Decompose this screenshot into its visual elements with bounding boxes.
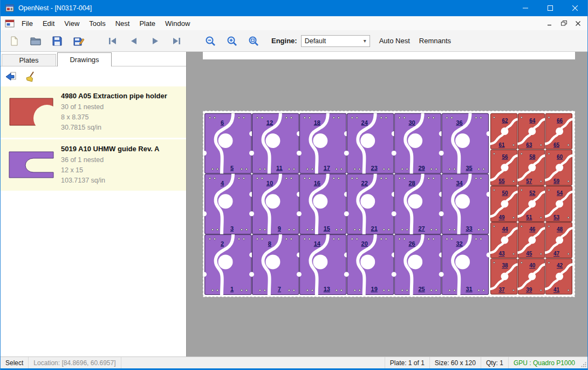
part-number-label: 33: [466, 225, 472, 232]
go-next-button[interactable]: [147, 33, 163, 49]
tab-drawings[interactable]: Drawings: [57, 52, 112, 66]
go-last-button[interactable]: [169, 33, 185, 49]
menu-view[interactable]: View: [59, 17, 84, 30]
part-number-label: 40: [529, 263, 536, 268]
nested-purple-part-pair[interactable]: 21: [203, 234, 254, 295]
part-number-label: 46: [529, 226, 536, 232]
new-file-button[interactable]: [6, 33, 22, 49]
tab-plates[interactable]: Plates: [2, 54, 56, 66]
part-number-label: 35: [466, 165, 472, 171]
nested-red-part-pair[interactable]: 5049: [490, 186, 518, 222]
menu-nest[interactable]: Nest: [111, 17, 135, 30]
nested-purple-part-pair[interactable]: 87: [249, 234, 302, 295]
nested-red-part-pair[interactable]: 5655: [490, 150, 518, 185]
resize-grip[interactable]: [580, 357, 587, 368]
menu-tools[interactable]: Tools: [84, 17, 110, 30]
nested-red-part-pair[interactable]: 4241: [545, 259, 573, 294]
menu-plate[interactable]: Plate: [134, 17, 160, 30]
mdi-window-controls: [543, 18, 587, 29]
nested-red-part-pair[interactable]: 4847: [545, 223, 573, 258]
nested-red-part-pair[interactable]: 4443: [490, 223, 518, 258]
nested-purple-part-pair[interactable]: 109: [249, 174, 302, 234]
auto-nest-button[interactable]: Auto Nest: [379, 37, 410, 45]
mdi-close-button[interactable]: [571, 18, 585, 29]
go-previous-button[interactable]: [126, 33, 142, 49]
clear-button[interactable]: [22, 69, 38, 84]
menu-window[interactable]: Window: [160, 17, 195, 30]
zoom-out-button[interactable]: [202, 33, 218, 49]
maximize-button[interactable]: [538, 0, 563, 16]
nested-red-part-pair[interactable]: 4039: [517, 259, 545, 294]
nested-red-part-pair[interactable]: 6261: [490, 113, 518, 149]
save-as-button[interactable]: [71, 33, 87, 49]
part-number-label: 43: [498, 251, 505, 257]
nested-purple-part-pair[interactable]: 3635: [439, 113, 491, 174]
part-number-label: 50: [502, 190, 508, 196]
plate[interactable]: 6512111817242330293635431091615222128273…: [203, 111, 575, 297]
part-number-label: 15: [324, 225, 330, 232]
drawing-nested-count: 30 of 1 nested: [61, 102, 167, 112]
drawing-list-item-2[interactable]: 5019 A10 UHMW guide Rev. A 36 of 1 neste…: [1, 139, 186, 191]
part-number-label: 45: [526, 251, 532, 257]
part-number-label: 28: [408, 180, 415, 186]
part-number-label: 9: [278, 225, 281, 232]
nested-purple-part-pair[interactable]: 1615: [297, 174, 349, 234]
nested-red-part-pair[interactable]: 5857: [517, 150, 545, 185]
part-number-label: 14: [314, 240, 321, 247]
drawing-list-item-1[interactable]: 4980 A05 Extraction pipe holder 30 of 1 …: [1, 86, 186, 138]
nested-red-part-pair[interactable]: 4645: [517, 223, 545, 258]
nested-purple-part-pair[interactable]: 1817: [297, 113, 349, 174]
nested-purple-part-pair[interactable]: 65: [203, 113, 254, 174]
part-number-label: 52: [529, 190, 536, 196]
nested-purple-part-pair[interactable]: 2625: [392, 234, 444, 295]
mdi-restore-button[interactable]: [557, 18, 571, 29]
nested-purple-part-pair[interactable]: 1211: [249, 113, 302, 174]
part-number-label: 13: [324, 286, 330, 292]
part-number-label: 17: [324, 165, 330, 171]
part-number-label: 3: [230, 225, 234, 232]
open-file-button[interactable]: [28, 33, 44, 49]
part-number-label: 48: [557, 226, 563, 232]
part-number-label: 22: [361, 180, 368, 186]
zoom-in-button[interactable]: [224, 33, 240, 49]
part-number-label: 59: [553, 178, 560, 184]
window-title: OpenNest - [N0317-004]: [18, 4, 92, 12]
back-button[interactable]: [3, 69, 19, 84]
menu-edit[interactable]: Edit: [38, 17, 59, 30]
part-number-label: 64: [529, 118, 536, 124]
part-number-label: 23: [371, 165, 378, 171]
part-number-label: 16: [314, 180, 320, 186]
status-gpu: GPU : Quadro P1000: [508, 357, 580, 368]
remnants-button[interactable]: Remnants: [419, 37, 451, 45]
part-number-label: 25: [418, 286, 425, 292]
close-button[interactable]: [563, 0, 587, 16]
nested-red-part-pair[interactable]: 5251: [517, 186, 545, 222]
nested-purple-part-pair[interactable]: 2827: [392, 174, 444, 234]
nested-purple-part-pair[interactable]: 2221: [344, 174, 396, 234]
engine-select[interactable]: Default ▾: [301, 35, 370, 47]
save-button[interactable]: [49, 33, 65, 49]
nested-red-part-pair[interactable]: 6463: [517, 113, 545, 149]
go-first-button[interactable]: [104, 33, 120, 49]
nested-purple-part-pair[interactable]: 3433: [439, 174, 491, 234]
zoom-fit-button[interactable]: [245, 33, 262, 49]
nested-purple-part-pair[interactable]: 2019: [344, 234, 396, 295]
part-number-label: 54: [557, 190, 563, 196]
nest-canvas[interactable]: 6512111817242330293635431091615222128273…: [187, 52, 587, 356]
nested-purple-part-pair[interactable]: 1413: [297, 234, 349, 295]
nested-red-part-pair[interactable]: 6059: [545, 150, 573, 185]
nested-red-part-pair[interactable]: 5453: [545, 186, 573, 222]
menu-file[interactable]: File: [17, 17, 38, 30]
nested-red-part-pair[interactable]: 6665: [545, 113, 573, 149]
nested-purple-part-pair[interactable]: 3231: [439, 234, 491, 295]
go-first-icon: [107, 37, 118, 45]
mdi-minimize-button[interactable]: [543, 18, 557, 29]
nested-purple-part-pair[interactable]: 43: [203, 174, 254, 234]
part-number-label: 36: [456, 119, 462, 126]
nested-purple-part-pair[interactable]: 3029: [392, 113, 444, 174]
zoom-out-icon: [204, 35, 216, 47]
blue-back-arrow-icon: [4, 71, 17, 83]
minimize-button[interactable]: [513, 0, 538, 16]
nested-red-part-pair[interactable]: 3837: [490, 259, 518, 294]
nested-purple-part-pair[interactable]: 2423: [344, 113, 396, 174]
